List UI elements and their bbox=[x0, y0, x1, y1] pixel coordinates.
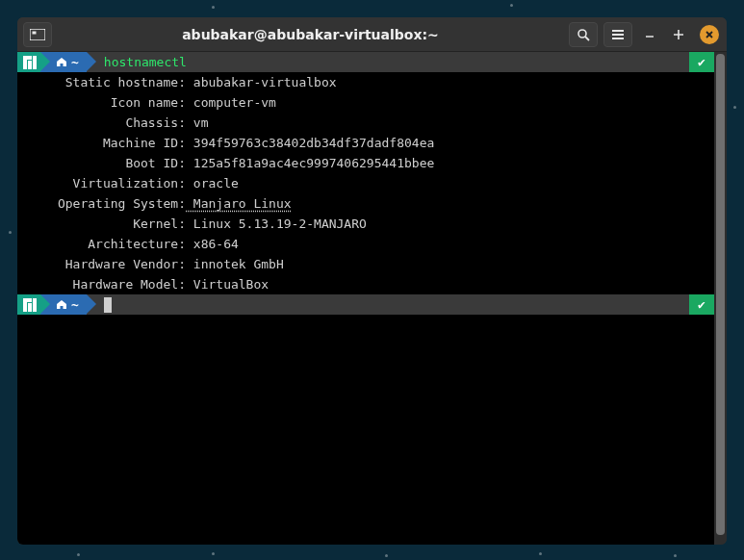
home-icon bbox=[56, 299, 67, 310]
search-icon bbox=[577, 28, 590, 41]
output-label: Kernel: bbox=[17, 214, 186, 234]
output-value: computer-vm bbox=[186, 92, 276, 113]
output-row: Machine ID: 394f59763c38402db34df37dadf8… bbox=[17, 133, 714, 153]
svg-point-2 bbox=[578, 30, 586, 38]
output-value: 125a5f81a9ac4ec9997406295441bbee bbox=[186, 153, 434, 173]
svg-rect-0 bbox=[30, 29, 45, 40]
cwd-text: ~ bbox=[71, 52, 79, 72]
output-row: Static hostname: abubakar-virtualbox bbox=[17, 72, 714, 92]
command-input[interactable] bbox=[87, 294, 689, 315]
output-label: Boot ID: bbox=[17, 153, 186, 173]
maximize-button[interactable] bbox=[667, 23, 690, 46]
prompt-line: ~ hostnamectl ✔ bbox=[17, 52, 714, 72]
distro-logo-segment bbox=[17, 52, 40, 72]
output-value: Manjaro Linux bbox=[186, 193, 292, 214]
distro-logo-segment bbox=[17, 294, 40, 315]
svg-line-3 bbox=[585, 37, 589, 40]
prompt-line: ~ ✔ bbox=[17, 294, 714, 315]
output-row: Icon name: computer-vm bbox=[17, 92, 714, 113]
manjaro-logo-icon bbox=[23, 56, 37, 69]
scrollbar[interactable] bbox=[714, 52, 727, 545]
output-row: Boot ID: 125a5f81a9ac4ec9997406295441bbe… bbox=[17, 153, 714, 173]
search-button[interactable] bbox=[569, 22, 598, 47]
scrollbar-thumb[interactable] bbox=[716, 54, 725, 535]
window-title: abubakar@abubakar-virtualbox:~ bbox=[58, 27, 563, 42]
menu-button[interactable] bbox=[603, 22, 632, 47]
output-row: Chassis: vm bbox=[17, 113, 714, 133]
titlebar: abubakar@abubakar-virtualbox:~ bbox=[17, 17, 727, 52]
terminal-window: abubakar@abubakar-virtualbox:~ bbox=[17, 17, 727, 545]
output-value: Linux 5.13.19-2-MANJARO bbox=[186, 214, 367, 234]
command-text: hostnamectl bbox=[87, 52, 689, 72]
output-label: Architecture: bbox=[17, 234, 186, 254]
status-indicator: ✔ bbox=[689, 52, 714, 72]
output-label: Operating System: bbox=[17, 193, 186, 214]
cwd-text: ~ bbox=[71, 294, 79, 315]
home-icon bbox=[56, 57, 67, 67]
output-value: innotek GmbH bbox=[186, 254, 284, 274]
output-label: Machine ID: bbox=[17, 133, 186, 153]
output-label: Static hostname: bbox=[17, 72, 186, 92]
command-output: Static hostname: abubakar-virtualbox Ico… bbox=[17, 72, 714, 294]
close-icon bbox=[705, 30, 714, 39]
plus-icon bbox=[673, 29, 684, 40]
hamburger-icon bbox=[611, 29, 625, 40]
output-label: Hardware Vendor: bbox=[17, 254, 186, 274]
output-label: Chassis: bbox=[17, 113, 186, 133]
output-value: oracle bbox=[186, 173, 239, 193]
output-label: Icon name: bbox=[17, 92, 186, 113]
output-value: x86-64 bbox=[186, 234, 239, 254]
output-value: VirtualBox bbox=[186, 274, 269, 294]
minimize-icon bbox=[645, 30, 654, 39]
new-tab-button[interactable] bbox=[23, 22, 52, 47]
minimize-button[interactable] bbox=[638, 23, 661, 46]
output-label: Hardware Model: bbox=[17, 274, 186, 294]
status-indicator: ✔ bbox=[689, 294, 714, 315]
output-value: vm bbox=[186, 113, 208, 133]
output-value: abubakar-virtualbox bbox=[186, 72, 337, 92]
manjaro-logo-icon bbox=[23, 298, 37, 312]
svg-rect-1 bbox=[33, 31, 37, 34]
output-row: Hardware Vendor: innotek GmbH bbox=[17, 254, 714, 274]
output-value: 394f59763c38402db34df37dadf804ea bbox=[186, 133, 434, 153]
output-row: Virtualization: oracle bbox=[17, 173, 714, 193]
close-button[interactable] bbox=[700, 25, 719, 44]
terminal-output[interactable]: ~ hostnamectl ✔ Static hostname: abubaka… bbox=[17, 52, 714, 545]
output-row: Operating System: Manjaro Linux bbox=[17, 193, 714, 214]
output-label: Virtualization: bbox=[17, 173, 186, 193]
output-row: Hardware Model: VirtualBox bbox=[17, 274, 714, 294]
output-row: Kernel: Linux 5.13.19-2-MANJARO bbox=[17, 214, 714, 234]
output-row: Architecture: x86-64 bbox=[17, 234, 714, 254]
cursor bbox=[104, 297, 112, 313]
